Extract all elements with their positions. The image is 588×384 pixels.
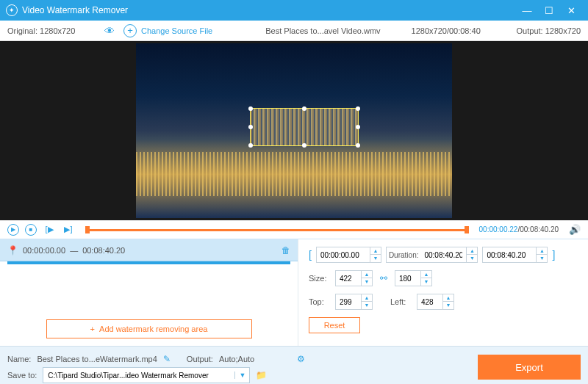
handle-mr[interactable] xyxy=(356,125,360,129)
width-field[interactable] xyxy=(336,275,361,283)
properties-panel: [ ▲▼ Duration: ▲▼ ▲▼ ] Size: ▲▼ ⚯ xyxy=(298,239,588,346)
mark-in-button[interactable]: [▶ xyxy=(43,225,56,234)
range-duration-field[interactable] xyxy=(420,251,466,259)
spin-up[interactable]: ▲ xyxy=(443,294,453,302)
range-start-field[interactable] xyxy=(317,251,370,259)
delete-segment-icon[interactable]: 🗑 xyxy=(282,245,290,256)
range-end-input[interactable]: ▲▼ xyxy=(482,247,548,263)
save-path-dropdown[interactable]: ▼ xyxy=(234,372,249,379)
plus-icon: + xyxy=(123,24,137,37)
spin-down[interactable]: ▼ xyxy=(421,278,431,286)
title-bar: ✦ Video Watermark Remover — ☐ ✕ xyxy=(0,0,588,21)
spin-up[interactable]: ▲ xyxy=(362,294,372,302)
left-field[interactable] xyxy=(417,298,442,306)
open-folder-icon[interactable]: 📁 xyxy=(256,370,267,380)
spin-down[interactable]: ▼ xyxy=(370,255,381,262)
segment-dash: — xyxy=(70,246,78,255)
add-watermark-area-button[interactable]: + Add watermark removing area xyxy=(46,319,252,338)
handle-tm[interactable] xyxy=(302,106,306,111)
segment-bar[interactable] xyxy=(7,261,290,264)
app-logo-icon: ✦ xyxy=(6,4,18,16)
source-res-duration: 1280x720/00:08:40 xyxy=(412,26,481,35)
maximize-button[interactable]: ☐ xyxy=(538,5,560,16)
timeline-slider[interactable] xyxy=(85,226,469,233)
range-duration-input[interactable]: Duration: ▲▼ xyxy=(386,247,478,263)
output-format-label: Output: xyxy=(187,355,213,363)
spin-up[interactable]: ▲ xyxy=(467,247,477,255)
duration-label: Duration: xyxy=(387,251,421,259)
pin-icon: 📍 xyxy=(7,245,18,256)
add-area-label: Add watermark removing area xyxy=(99,325,207,333)
top-input[interactable]: ▲▼ xyxy=(335,294,373,310)
info-bar: Original: 1280x720 👁 + Change Source Fil… xyxy=(0,21,588,41)
left-input[interactable]: ▲▼ xyxy=(417,294,454,310)
footer: Name: Best Places to...eWatermark.mp4 ✎ … xyxy=(0,346,588,384)
width-input[interactable]: ▲▼ xyxy=(335,270,373,286)
bracket-left-icon[interactable]: [ xyxy=(309,249,312,261)
bracket-right-icon[interactable]: ] xyxy=(552,249,555,261)
export-button[interactable]: Export xyxy=(478,355,581,380)
app-title: Video Watermark Remover xyxy=(22,5,516,15)
top-field[interactable] xyxy=(336,298,361,306)
spin-down[interactable]: ▼ xyxy=(467,255,477,262)
source-filename: Best Places to...avel Video.wmv xyxy=(265,26,380,35)
link-aspect-icon[interactable]: ⚯ xyxy=(380,273,387,283)
save-path-box[interactable]: ▼ xyxy=(43,367,250,383)
volume-icon[interactable]: 🔊 xyxy=(569,224,581,235)
segment-start: 00:00:00.00 xyxy=(23,246,65,255)
spin-down[interactable]: ▼ xyxy=(537,255,547,262)
spin-up[interactable]: ▲ xyxy=(421,271,431,278)
spin-down[interactable]: ▼ xyxy=(362,302,372,309)
segment-row[interactable]: 📍 00:00:00.00 — 00:08:40.20 🗑 xyxy=(0,239,298,261)
output-format-value: Auto;Auto xyxy=(219,355,254,363)
mark-out-button[interactable]: ▶] xyxy=(62,225,75,234)
spin-up[interactable]: ▲ xyxy=(537,247,547,255)
play-button[interactable]: ▶ xyxy=(7,224,19,236)
name-value: Best Places to...eWatermark.mp4 xyxy=(37,355,157,363)
output-res-value: 1280x720 xyxy=(545,26,581,35)
handle-bl[interactable] xyxy=(248,143,253,148)
stop-button[interactable]: ■ xyxy=(25,224,37,236)
segments-panel: 📍 00:00:00.00 — 00:08:40.20 🗑 + Add wate… xyxy=(0,239,298,346)
range-end-field[interactable] xyxy=(483,251,536,259)
spin-up[interactable]: ▲ xyxy=(370,247,381,255)
original-label: Original: xyxy=(7,26,37,35)
handle-br[interactable] xyxy=(356,143,360,148)
name-label: Name: xyxy=(7,355,31,363)
height-input[interactable]: ▲▼ xyxy=(395,270,432,286)
minimize-button[interactable]: — xyxy=(516,5,538,16)
time-current: 00:00:00.22 xyxy=(479,225,518,233)
height-field[interactable] xyxy=(395,275,420,283)
handle-tl[interactable] xyxy=(248,106,253,111)
spin-up[interactable]: ▲ xyxy=(362,271,372,278)
playback-controls: ▶ ■ [▶ ▶] 00:00:00.22/00:08:40.20 🔊 xyxy=(0,220,588,239)
segment-end: 00:08:40.20 xyxy=(82,246,125,255)
plus-icon: + xyxy=(90,325,95,333)
handle-bm[interactable] xyxy=(302,143,306,148)
output-label: Output: xyxy=(517,26,543,35)
change-source-label: Change Source File xyxy=(141,26,212,35)
spin-down[interactable]: ▼ xyxy=(443,302,453,309)
preview-toggle-icon[interactable]: 👁 xyxy=(104,25,115,37)
reset-button[interactable]: Reset xyxy=(309,317,360,333)
video-preview xyxy=(0,41,588,220)
change-source-button[interactable]: + Change Source File xyxy=(123,24,212,37)
video-frame[interactable] xyxy=(136,43,452,218)
left-label: Left: xyxy=(390,297,412,306)
watermark-selection-box[interactable] xyxy=(250,108,359,146)
timecode: 00:00:00.22/00:08:40.20 xyxy=(479,225,559,233)
original-resolution: Original: 1280x720 xyxy=(7,26,96,35)
save-path-field[interactable] xyxy=(43,372,234,380)
time-total: 00:08:40.20 xyxy=(520,225,559,233)
spin-down[interactable]: ▼ xyxy=(362,278,372,286)
edit-name-icon[interactable]: ✎ xyxy=(163,354,171,364)
output-settings-icon[interactable]: ⚙ xyxy=(297,354,305,364)
size-label: Size: xyxy=(309,274,331,283)
handle-ml[interactable] xyxy=(248,125,253,129)
output-resolution: Output: 1280x720 xyxy=(517,26,581,35)
close-button[interactable]: ✕ xyxy=(560,5,582,16)
top-label: Top: xyxy=(309,297,331,306)
handle-tr[interactable] xyxy=(356,106,360,111)
save-to-label: Save to: xyxy=(7,371,37,380)
range-start-input[interactable]: ▲▼ xyxy=(316,247,381,263)
